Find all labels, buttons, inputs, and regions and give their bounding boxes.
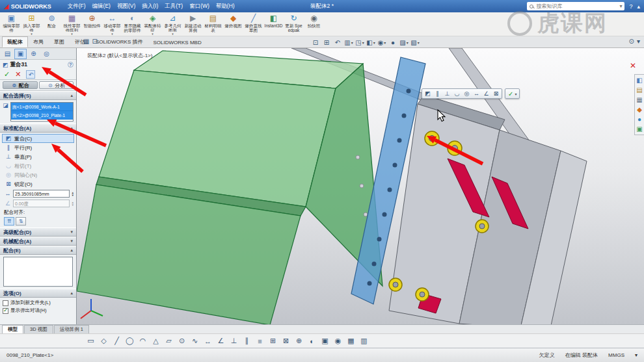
- view-tool-icon[interactable]: ◧: [366, 38, 375, 47]
- task-pane-tab-icon[interactable]: ▦: [636, 96, 643, 103]
- sketch-tool-icon[interactable]: ∠: [216, 337, 226, 345]
- sketch-tool-icon[interactable]: ◠: [138, 337, 148, 345]
- menu-item[interactable]: 工具(T): [161, 3, 186, 10]
- sketch-tool-icon[interactable]: ⊞: [268, 337, 278, 345]
- view-tool-icon[interactable]: ◳: [355, 38, 364, 47]
- confirm-dropdown-icon[interactable]: ▾: [515, 92, 517, 96]
- graphics-viewport[interactable]: 装配体2 (默认<显示状态-1>) ◩ ∥ ⊥ ◡ ◎ ↔ ∠ ⊠ ✓ ▾ ✕ …: [77, 48, 644, 324]
- status-item[interactable]: MMGS: [608, 352, 624, 358]
- ribbon-button[interactable]: ▦ 线性零部件阵列: [62, 13, 82, 35]
- quick-mate-icon[interactable]: ◩: [423, 90, 432, 98]
- sketch-tool-icon[interactable]: ⊕: [294, 337, 304, 345]
- selection-entry[interactable]: 面<2>@0098_210_Plate-1: [11, 111, 73, 120]
- mate-selection-list[interactable]: 面<1>@0098_Work-A-1 面<2>@0098_210_Plate-1: [10, 102, 74, 122]
- ribbon-button[interactable]: ◐ 显示隐藏的零部件: [122, 13, 142, 35]
- mate-mode-tab[interactable]: ⊙ 分析: [39, 81, 74, 89]
- alignment-toggle-button[interactable]: ⇅: [16, 217, 26, 226]
- group-header-advanced-mates[interactable]: 高级配合(D) ▾: [0, 227, 76, 237]
- ribbon-button[interactable]: ▣ 编辑零部件: [1, 13, 21, 35]
- property-manager-tab-icon[interactable]: ▤: [1, 49, 14, 59]
- group-header-mates[interactable]: 配合(E) ▴: [0, 246, 76, 255]
- filter-tool-icon[interactable]: ▾: [637, 38, 640, 45]
- checkbox[interactable]: [3, 308, 8, 314]
- quick-mate-icon[interactable]: ∠: [482, 90, 490, 98]
- ribbon-button[interactable]: ◧ Instant3D: [263, 13, 284, 35]
- ribbon-button[interactable]: ⊕ 智能扣件: [82, 13, 102, 35]
- view-tool-icon[interactable]: ↶: [333, 38, 342, 47]
- group-header-mate-selections[interactable]: 配合选择(S) ▴: [0, 91, 76, 100]
- task-pane-tab-icon[interactable]: ◧: [636, 77, 643, 84]
- undo-button[interactable]: ↶: [26, 70, 35, 79]
- status-item[interactable]: 在编辑 装配体: [565, 352, 598, 359]
- quick-mate-icon[interactable]: ⊠: [492, 90, 500, 98]
- ribbon-button[interactable]: ▤ 材料明细表: [203, 13, 223, 35]
- sketch-tool-icon[interactable]: ╱: [112, 337, 122, 345]
- view-tool-icon[interactable]: ▥: [344, 38, 353, 47]
- task-pane-tab-icon[interactable]: ◆: [636, 106, 643, 113]
- status-item[interactable]: 欠定义: [539, 352, 555, 359]
- mate-type-option[interactable]: ◡ 相切(T): [2, 161, 74, 170]
- command-tab[interactable]: 草图: [49, 36, 70, 47]
- view-tool-icon[interactable]: ▨: [399, 38, 409, 47]
- menu-item[interactable]: 编辑(E): [89, 3, 114, 10]
- view-tool-icon[interactable]: ◉: [377, 38, 386, 47]
- mate-type-option[interactable]: ⊠ 锁定(O): [2, 179, 74, 188]
- sketch-tool-icon[interactable]: ⊥: [229, 337, 239, 345]
- menu-item[interactable]: 插入(I): [139, 3, 161, 10]
- model-view-tab[interactable]: 3D 视图: [24, 325, 53, 333]
- view-tool-icon[interactable]: ▧: [410, 38, 420, 47]
- command-tab[interactable]: 装配体: [2, 36, 28, 47]
- quick-mate-icon[interactable]: ↔: [472, 90, 481, 98]
- ribbon-button[interactable]: ◆ 爆炸视图: [223, 13, 243, 35]
- ribbon-button[interactable]: ↻ 更新 Speedpak: [284, 13, 304, 35]
- menu-item[interactable]: 文件(F): [64, 3, 89, 10]
- menu-item[interactable]: 帮助(H): [213, 3, 238, 10]
- search-dropdown-icon[interactable]: ▾: [619, 3, 622, 9]
- command-tab[interactable]: SOLIDWORKS MBD: [148, 38, 206, 47]
- mini-tool-icon[interactable]: ⊡: [92, 38, 97, 45]
- view-tool-icon[interactable]: ⊡: [311, 38, 320, 47]
- cancel-corner-icon[interactable]: ✕: [630, 61, 636, 70]
- distance-input[interactable]: 25.35091085mm: [13, 190, 70, 198]
- mates-list-box[interactable]: [3, 257, 73, 287]
- filter-tool-icon[interactable]: ⊙: [629, 38, 634, 45]
- quick-mate-icon[interactable]: ⊥: [443, 90, 451, 98]
- sketch-tool-icon[interactable]: ≡: [255, 337, 265, 345]
- collapse-window-icon[interactable]: ▴: [637, 3, 640, 10]
- checkbox[interactable]: [3, 300, 8, 306]
- ribbon-button[interactable]: ⊿ 参考几何图形: [163, 13, 183, 35]
- ribbon-button[interactable]: ╱ 爆炸直线草图: [243, 13, 263, 35]
- ribbon-button[interactable]: ◉ 拍快照: [304, 13, 324, 35]
- mate-type-option[interactable]: ◩ 重合(C): [2, 134, 74, 143]
- ribbon-button[interactable]: ◈ 装配体特征: [142, 13, 163, 35]
- group-header-options[interactable]: 选项(O) ▴: [0, 289, 76, 298]
- selection-entry[interactable]: 面<1>@0098_Work-A-1: [11, 103, 73, 111]
- sketch-tool-icon[interactable]: ▱: [164, 337, 174, 345]
- model-view-tab[interactable]: 运动算例 1: [54, 325, 89, 333]
- group-header-mechanical-mates[interactable]: 机械配合(A) ▾: [0, 237, 76, 246]
- accept-mate-icon[interactable]: ✓: [508, 90, 513, 97]
- model-view-tab[interactable]: 模型: [2, 325, 23, 333]
- mate-type-option[interactable]: ⊥ 垂直(P): [2, 152, 74, 161]
- sketch-tool-icon[interactable]: ⊠: [281, 337, 291, 345]
- ok-button[interactable]: ✓: [4, 70, 10, 79]
- option-checkbox-row[interactable]: 显示弹出对话(H): [3, 307, 74, 315]
- group-header-standard-mates[interactable]: 标准配合(A) ▴: [0, 123, 76, 133]
- quick-mate-icon[interactable]: ◎: [463, 90, 471, 98]
- sketch-tool-icon[interactable]: ◇: [99, 337, 109, 345]
- mate-type-option[interactable]: ◎ 同轴心(N): [2, 170, 74, 179]
- ribbon-button[interactable]: ▶ 新建运动算例: [183, 13, 203, 35]
- sketch-tool-icon[interactable]: ∥: [242, 337, 252, 345]
- sketch-tool-icon[interactable]: ⊙: [177, 337, 187, 345]
- search-box[interactable]: 搜索知识库 ▾: [527, 2, 624, 10]
- sketch-tool-icon[interactable]: ◐: [307, 337, 317, 345]
- sketch-tool-icon[interactable]: ▭: [86, 337, 96, 345]
- task-pane-tab-icon[interactable]: ●: [636, 116, 643, 123]
- angle-spinner[interactable]: [72, 201, 74, 206]
- menu-item[interactable]: 窗口(W): [186, 3, 213, 10]
- task-pane-tab-icon[interactable]: ▣: [636, 125, 643, 133]
- help-circle-icon[interactable]: ?: [68, 62, 74, 68]
- command-tab[interactable]: SOLIDWORKS 插件: [90, 36, 148, 47]
- quick-mate-icon[interactable]: ◡: [453, 90, 461, 98]
- mate-mode-tab[interactable]: ⊚ 配合: [3, 81, 38, 89]
